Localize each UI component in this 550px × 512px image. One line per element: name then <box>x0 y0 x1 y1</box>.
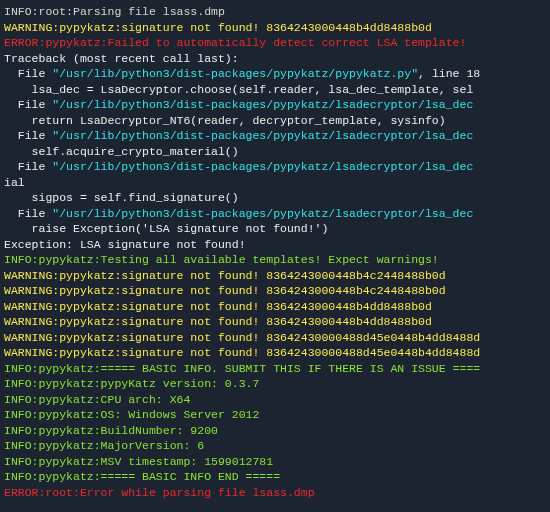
traceback-code: lsa_dec = LsaDecryptor.choose(self.reade… <box>4 82 550 98</box>
traceback-line: File "/usr/lib/python3/dist-packages/pyp… <box>4 97 550 113</box>
log-line: WARNING:pypykatz:signature not found! 83… <box>4 330 550 346</box>
traceback-code: sigpos = self.find_signature() <box>4 190 550 206</box>
traceback-header: Traceback (most recent call last): <box>4 51 550 67</box>
log-line: INFO:pypykatz:CPU arch: X64 <box>4 392 550 408</box>
traceback-code: return LsaDecryptor_NT6(reader, decrypto… <box>4 113 550 129</box>
log-line: INFO:pypykatz:Testing all available temp… <box>4 252 550 268</box>
traceback-code: self.acquire_crypto_material() <box>4 144 550 160</box>
log-line: WARNING:pypykatz:signature not found! 83… <box>4 268 550 284</box>
traceback-code: ial <box>4 175 550 191</box>
log-line: WARNING:pypykatz:signature not found! 83… <box>4 283 550 299</box>
log-line: INFO:pypykatz:BuildNumber: 9200 <box>4 423 550 439</box>
log-line: INFO:pypykatz:MajorVersion: 6 <box>4 438 550 454</box>
traceback-line: File "/usr/lib/python3/dist-packages/pyp… <box>4 128 550 144</box>
traceback-code: raise Exception('LSA signature not found… <box>4 221 550 237</box>
log-line: WARNING:pypykatz:signature not found! 83… <box>4 299 550 315</box>
traceback-line: File "/usr/lib/python3/dist-packages/pyp… <box>4 159 550 175</box>
traceback-line: File "/usr/lib/python3/dist-packages/pyp… <box>4 206 550 222</box>
log-line: INFO:pypykatz:===== BASIC INFO. SUBMIT T… <box>4 361 550 377</box>
log-line: ERROR:pypykatz:Failed to automatically d… <box>4 35 550 51</box>
log-line: WARNING:pypykatz:signature not found! 83… <box>4 314 550 330</box>
log-line: INFO:pypykatz:===== BASIC INFO END ===== <box>4 469 550 485</box>
exception-line: Exception: LSA signature not found! <box>4 237 550 253</box>
log-line: INFO:pypykatz:OS: Windows Server 2012 <box>4 407 550 423</box>
log-line: ERROR:root:Error while parsing file lsas… <box>4 485 550 501</box>
log-line: INFO:root:Parsing file lsass.dmp <box>4 4 550 20</box>
traceback-line: File "/usr/lib/python3/dist-packages/pyp… <box>4 66 550 82</box>
log-line: WARNING:pypykatz:signature not found! 83… <box>4 345 550 361</box>
log-line: INFO:pypykatz:MSV timestamp: 1599012781 <box>4 454 550 470</box>
terminal-output: INFO:root:Parsing file lsass.dmp WARNING… <box>4 4 550 512</box>
log-line: INFO:pypykatz:pypyKatz version: 0.3.7 <box>4 376 550 392</box>
log-line: WARNING:pypykatz:signature not found! 83… <box>4 20 550 36</box>
